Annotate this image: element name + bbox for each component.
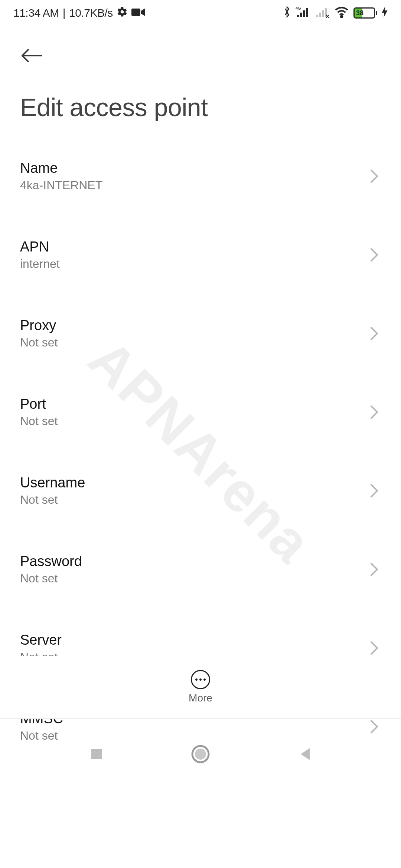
svg-rect-0	[131, 9, 140, 16]
signal-nosim-icon	[315, 6, 330, 20]
row-title: Server	[20, 632, 62, 648]
svg-rect-4	[303, 10, 305, 17]
svg-rect-8	[322, 10, 324, 17]
svg-rect-12	[91, 749, 102, 759]
row-value: Not set	[20, 336, 58, 349]
row-title: Name	[20, 160, 102, 176]
svg-point-14	[195, 749, 206, 760]
svg-point-10	[341, 16, 343, 17]
row-value: Not set	[20, 414, 58, 428]
square-icon	[90, 747, 103, 761]
status-time: 11:34 AM	[13, 7, 59, 19]
svg-rect-3	[300, 13, 302, 17]
bluetooth-icon	[283, 6, 291, 21]
chevron-right-icon	[370, 247, 379, 262]
row-title: Username	[20, 475, 85, 491]
more-bar: More	[0, 656, 401, 719]
row-name[interactable]: Name 4ka-INTERNET	[0, 148, 401, 205]
status-netspeed: 10.7KB/s	[69, 7, 113, 19]
row-value: 4ka-INTERNET	[20, 178, 102, 192]
row-username[interactable]: Username Not set	[0, 462, 401, 519]
svg-rect-2	[297, 15, 299, 17]
triangle-left-icon	[298, 747, 311, 762]
more-button[interactable]: More	[189, 670, 212, 704]
svg-rect-7	[319, 13, 321, 17]
row-value: Not set	[20, 572, 82, 585]
row-title: Password	[20, 553, 82, 569]
nav-back-button[interactable]	[290, 739, 319, 769]
chevron-right-icon	[370, 562, 379, 577]
svg-rect-6	[316, 15, 318, 17]
camera-icon	[131, 7, 145, 19]
back-button[interactable]	[20, 42, 47, 69]
more-label: More	[189, 692, 212, 704]
row-port[interactable]: Port Not set	[0, 384, 401, 441]
row-title: Proxy	[20, 318, 58, 333]
battery-percent: 38	[356, 9, 363, 17]
row-proxy[interactable]: Proxy Not set	[0, 305, 401, 362]
page-title: Edit access point	[0, 69, 401, 137]
nav-home-button[interactable]	[186, 739, 215, 769]
status-bar: 11:34 AM | 10.7KB/s 4G	[0, 0, 401, 26]
gear-icon	[117, 6, 128, 20]
chevron-right-icon	[370, 483, 379, 498]
more-dots-icon	[191, 670, 210, 689]
chevron-right-icon	[370, 326, 379, 341]
arrow-left-icon	[20, 48, 44, 63]
circle-icon	[191, 744, 210, 764]
battery-icon: 38	[353, 7, 377, 19]
row-apn[interactable]: APN internet	[0, 226, 401, 283]
svg-text:4G: 4G	[296, 6, 301, 10]
charging-icon	[382, 6, 388, 20]
chevron-right-icon	[370, 405, 379, 420]
signal-4g-icon: 4G	[296, 6, 310, 20]
row-value: Not set	[20, 493, 85, 507]
row-value: internet	[20, 257, 60, 271]
svg-rect-5	[306, 8, 308, 17]
system-nav-bar	[0, 719, 401, 789]
row-title: APN	[20, 239, 60, 255]
row-title: Port	[20, 396, 58, 412]
chevron-right-icon	[370, 641, 379, 655]
wifi-icon	[334, 6, 349, 20]
row-password[interactable]: Password Not set	[0, 541, 401, 598]
status-separator: |	[63, 7, 65, 19]
nav-recent-button[interactable]	[82, 739, 111, 769]
chevron-right-icon	[370, 169, 379, 184]
